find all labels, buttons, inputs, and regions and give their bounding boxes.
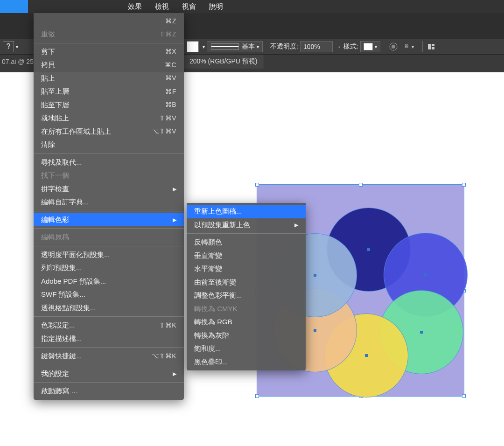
style-label: 樣式: bbox=[343, 42, 358, 51]
menu-item[interactable]: 編輯自訂字典... bbox=[34, 195, 184, 209]
menu-item[interactable]: 由前至後漸變 bbox=[187, 276, 306, 289]
chevron-right-icon: › bbox=[338, 44, 340, 49]
menu-item[interactable]: 垂直漸變 bbox=[187, 249, 306, 263]
center-anchor bbox=[367, 248, 370, 251]
menu-edit-active[interactable] bbox=[0, 0, 28, 13]
center-anchor bbox=[314, 274, 316, 277]
menu-item[interactable]: 啟動聽寫 … bbox=[34, 384, 184, 398]
center-anchor bbox=[424, 273, 427, 276]
svg-point-1 bbox=[392, 45, 395, 49]
stroke-preview bbox=[211, 43, 239, 50]
menu-item[interactable]: 飽和度... bbox=[187, 342, 306, 355]
menu-item[interactable]: 就地貼上⇧⌘V bbox=[34, 112, 184, 125]
menu-item[interactable]: 調整色彩平衡... bbox=[187, 289, 306, 302]
menu-item[interactable]: 貼上⌘V bbox=[34, 72, 184, 85]
center-anchor bbox=[365, 354, 368, 357]
menu-item[interactable]: 拼字檢查▶ bbox=[34, 182, 184, 196]
stroke-style-dropdown[interactable]: 基本 ▾ bbox=[207, 41, 263, 52]
edit-menu: ⌘Z重做⇧⌘Z剪下⌘X拷貝⌘C貼上⌘V貼至上層⌘F貼至下層⌘B就地貼上⇧⌘V在所… bbox=[34, 13, 184, 400]
svg-rect-2 bbox=[405, 45, 406, 46]
selection-handle[interactable] bbox=[359, 183, 363, 187]
menu-item[interactable]: 清除 bbox=[34, 138, 184, 152]
menu-item[interactable]: 轉換為 RGB bbox=[187, 315, 306, 329]
svg-rect-6 bbox=[428, 44, 431, 49]
help-tool[interactable]: ?▾ bbox=[3, 41, 26, 52]
opacity-label: 不透明度: bbox=[270, 42, 298, 51]
menu-item[interactable]: 色彩設定...⇧⌘K bbox=[34, 319, 184, 332]
svg-rect-3 bbox=[407, 45, 408, 46]
center-anchor bbox=[420, 331, 423, 334]
menu-item[interactable]: 效果 bbox=[121, 0, 148, 13]
menu-item[interactable]: 反轉顏色 bbox=[187, 236, 306, 249]
menu-item: 找下一個 bbox=[34, 169, 184, 182]
recolor-icon[interactable] bbox=[389, 42, 398, 51]
selection-handle[interactable] bbox=[462, 394, 466, 398]
edit-colors-submenu: 重新上色圖稿...以預設集重新上色▶反轉顏色垂直漸變水平漸變由前至後漸變調整色彩… bbox=[187, 203, 306, 370]
selection-handle[interactable] bbox=[462, 183, 466, 187]
menu-item[interactable]: 視窗 bbox=[175, 0, 203, 13]
menu-item[interactable]: Adobe PDF 預設集... bbox=[34, 275, 184, 288]
system-menubar: 效果 檢視 視窗 說明 bbox=[0, 0, 504, 13]
menu-item[interactable]: 以預設集重新上色▶ bbox=[187, 218, 306, 232]
menu-item[interactable]: 我的設定▶ bbox=[34, 367, 184, 381]
align-icon[interactable]: ▾ bbox=[405, 42, 414, 51]
menu-item: 重做⇧⌘Z bbox=[34, 28, 184, 41]
menu-item[interactable]: SWF 預設集... bbox=[34, 288, 184, 301]
menu-item[interactable]: 鍵盤快捷鍵...⌥⇧⌘K bbox=[34, 349, 184, 363]
svg-rect-7 bbox=[432, 44, 434, 46]
menu-item[interactable]: 貼至下層⌘B bbox=[34, 98, 184, 112]
doc-tab-left[interactable]: 07.ai @ 25 bbox=[0, 58, 34, 65]
menu-item[interactable]: 列印預設集... bbox=[34, 261, 184, 275]
selection-handle[interactable] bbox=[255, 394, 259, 398]
menu-item[interactable]: 檢視 bbox=[148, 0, 175, 13]
document-tab[interactable]: 200% (RGB/GPU 預視) bbox=[183, 55, 264, 69]
menu-item[interactable]: 說明 bbox=[203, 0, 230, 13]
chevron-down-icon: ▾ bbox=[203, 44, 205, 49]
menu-item[interactable]: 轉換為灰階 bbox=[187, 329, 306, 342]
menu-item[interactable]: 拷貝⌘C bbox=[34, 58, 184, 72]
svg-rect-8 bbox=[432, 47, 434, 49]
opacity-input[interactable]: 100% bbox=[300, 41, 333, 52]
center-anchor bbox=[314, 329, 316, 332]
menu-item[interactable]: 水平漸變 bbox=[187, 262, 306, 276]
menu-item[interactable]: 剪下⌘X bbox=[34, 45, 184, 59]
menu-item: 編輯原稿 bbox=[34, 230, 184, 244]
menu-item[interactable]: 尋找及取代... bbox=[34, 156, 184, 169]
menu-item[interactable]: 指定描述檔... bbox=[34, 332, 184, 346]
menu-item[interactable]: 透明度平面化預設集... bbox=[34, 248, 184, 262]
fill-swatch[interactable] bbox=[187, 41, 199, 52]
style-swatch[interactable]: ▾ bbox=[360, 41, 380, 52]
svg-rect-4 bbox=[405, 46, 406, 47]
menu-item[interactable]: 編輯色彩▶ bbox=[34, 213, 184, 227]
svg-rect-5 bbox=[407, 46, 408, 47]
menu-item[interactable]: 貼至上層⌘F bbox=[34, 85, 184, 98]
menu-item[interactable]: ⌘Z bbox=[34, 15, 184, 28]
menu-item[interactable]: 黑色疊印... bbox=[187, 355, 306, 369]
menu-item: 轉換為 CMYK bbox=[187, 302, 306, 316]
essentials-icon[interactable] bbox=[427, 42, 436, 51]
selection-handle[interactable] bbox=[255, 183, 259, 187]
menu-item[interactable]: 重新上色圖稿... bbox=[187, 205, 306, 218]
menu-item[interactable]: 在所有工作區域上貼上⌥⇧⌘V bbox=[34, 125, 184, 139]
menu-item[interactable]: 透視格點預設集... bbox=[34, 301, 184, 315]
